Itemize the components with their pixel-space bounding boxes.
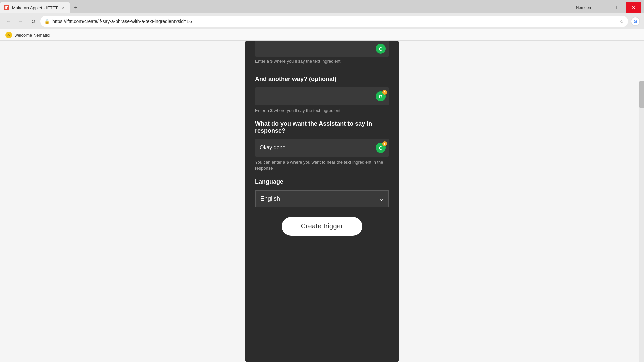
another-way-field-wrap: G 8 [255, 87, 389, 105]
another-way-hint: Enter a $ where you'll say the text ingr… [255, 108, 389, 114]
browser-toolbar-icons: G [631, 17, 640, 26]
tab-title: Make an Applet - IFTTT [12, 5, 58, 10]
secure-icon: 🔒 [44, 19, 50, 24]
notification-bar: ⚠ welcome Nematic! [0, 29, 644, 41]
response-hint: You can enter a $ where you want to hear… [255, 159, 389, 171]
window-user: Nemeen [576, 5, 591, 10]
page-content: G Enter a $ where you'll say the text in… [0, 41, 644, 362]
address-input[interactable]: 🔒 https://ifttt.com/create/if-say-a-phra… [40, 16, 628, 27]
new-tab-button[interactable]: + [71, 3, 81, 12]
another-way-input[interactable] [255, 87, 389, 105]
minimize-button[interactable]: — [595, 2, 610, 13]
response-field-wrap: G 8 [255, 139, 389, 157]
bookmark-icon[interactable]: ☆ [619, 18, 624, 25]
address-bar: ← → ↻ 🔒 https://ifttt.com/create/if-say-… [0, 13, 644, 29]
language-label: Language [255, 178, 389, 185]
grammarly-badge-response: 8 [382, 141, 387, 146]
scrollbar-thumb[interactable] [639, 81, 644, 108]
top-section: G Enter a $ where you'll say the text in… [245, 41, 399, 69]
grammarly-badge: 8 [382, 90, 387, 95]
close-button[interactable]: ✕ [626, 2, 641, 13]
top-input-wrap: G [255, 41, 389, 57]
refresh-button[interactable]: ↻ [28, 17, 38, 26]
create-trigger-button[interactable]: Create trigger [282, 217, 362, 236]
notification-text: welcome Nematic! [15, 33, 50, 38]
grammarly-icon-top: G [376, 44, 386, 54]
response-section: What do you want the Assistant to say in… [245, 114, 399, 171]
top-input-icon: G [376, 44, 386, 54]
response-label: What do you want the Assistant to say in… [255, 120, 389, 134]
grammarly-icon-response: G 8 [376, 143, 386, 153]
language-section: Language English French German Spanish I… [245, 172, 399, 207]
language-select-wrap: English French German Spanish Italian Ja… [255, 190, 389, 207]
scrollbar-track[interactable] [639, 81, 644, 362]
tab-close-button[interactable]: × [61, 5, 66, 10]
response-input[interactable] [255, 139, 389, 157]
top-hint-text: Enter a $ where you'll say the text ingr… [255, 59, 389, 64]
form-card: G Enter a $ where you'll say the text in… [245, 41, 399, 362]
maximize-button[interactable]: ❐ [610, 2, 626, 13]
forward-button[interactable]: → [16, 17, 25, 26]
url-text: https://ifttt.com/create/if-say-a-phrase… [52, 19, 616, 24]
back-button[interactable]: ← [4, 17, 13, 26]
another-way-label: And another way? (optional) [255, 76, 389, 83]
response-input-icon: G 8 [376, 143, 386, 153]
another-way-section: And another way? (optional) G 8 Enter a … [245, 69, 399, 114]
tab-bar: IF Make an Applet - IFTTT × + Nemeen — ❐… [0, 0, 644, 13]
language-select[interactable]: English French German Spanish Italian Ja… [255, 190, 389, 207]
another-way-input-icon: G 8 [376, 91, 386, 101]
active-tab[interactable]: IF Make an Applet - IFTTT × [0, 2, 70, 13]
google-account-icon[interactable]: G [631, 17, 640, 26]
window-controls: Nemeen — ❐ ✕ [576, 2, 644, 13]
grammarly-icon-another: G 8 [376, 91, 386, 101]
browser-chrome: IF Make an Applet - IFTTT × + Nemeen — ❐… [0, 0, 644, 41]
tab-favicon: IF [4, 5, 9, 10]
notification-icon: ⚠ [5, 32, 12, 38]
